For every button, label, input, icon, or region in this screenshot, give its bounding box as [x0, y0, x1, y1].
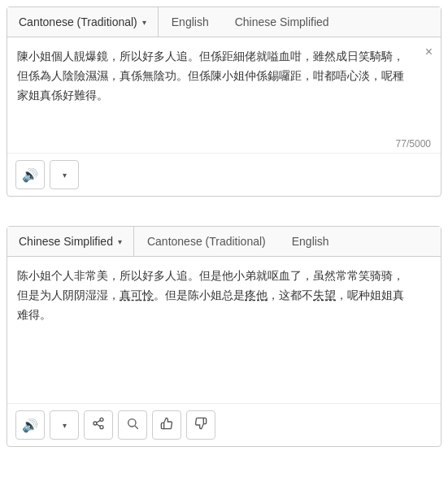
output-text-part-2: 真可怜 — [120, 288, 154, 301]
svg-point-5 — [128, 419, 136, 427]
output-text-area: 陈小姐个人非常美，所以好多人追。但是他小弟就呕血了，虽然常常笑骑骑，但是为人阴阴… — [7, 257, 441, 354]
output-text-part-6: 失望 — [313, 288, 336, 301]
chevron-down-icon: ▾ — [142, 18, 146, 27]
close-button[interactable]: × — [425, 46, 433, 59]
output-text: 陈小姐个人非常美，所以好多人追。但是他小弟就呕血了，虽然常常笑骑骑，但是为人阴阴… — [17, 267, 411, 324]
chevron-down-icon: ▾ — [118, 237, 122, 246]
char-count: 77/5000 — [7, 135, 441, 153]
source-lang-dropdown[interactable]: Cantonese (Traditional) ▾ — [7, 7, 159, 37]
source-text-area: 陳小姐個人靚爆鏡，所以好多人追。但係距細佬就嗌血咁，雖然成日笑騎騎，但係為人陰險… — [7, 37, 441, 135]
speaker-icon: 🔊 — [22, 167, 38, 183]
output-text-part-4: 疼他 — [245, 288, 267, 301]
panel-gap — [0, 203, 448, 219]
svg-point-2 — [100, 426, 103, 429]
svg-point-1 — [94, 422, 97, 425]
source-lang-label: Cantonese (Traditional) — [19, 15, 137, 28]
source-tab-chinese-simplified[interactable]: Chinese Simplified — [222, 7, 342, 37]
source-lang-tabs: Cantonese (Traditional) ▾ English Chines… — [7, 7, 441, 37]
chevron-button[interactable]: ▾ — [50, 160, 79, 189]
speaker-icon: 🔊 — [22, 418, 38, 433]
output-text-spacer — [7, 354, 441, 403]
thumbs-up-button[interactable] — [152, 410, 181, 440]
source-toolbar: 🔊 ▾ — [7, 153, 441, 196]
svg-line-4 — [97, 420, 101, 423]
thumbs-up-icon — [160, 417, 173, 433]
output-lang-dropdown[interactable]: Chinese Simplified ▾ — [7, 227, 134, 256]
thumbs-down-icon — [194, 417, 207, 433]
source-tab-english[interactable]: English — [159, 7, 222, 37]
thumbs-down-button[interactable] — [186, 410, 215, 440]
speaker-button[interactable]: 🔊 — [15, 160, 45, 189]
output-tab-cantonese[interactable]: Cantonese (Traditional) — [134, 227, 279, 256]
search-button[interactable] — [118, 410, 147, 440]
share-icon — [92, 417, 105, 433]
output-toolbar: 🔊 ▾ — [7, 403, 441, 446]
chevron-down-icon: ▾ — [63, 171, 67, 180]
output-text-part-3: 。但是陈小姐总是 — [154, 288, 245, 301]
svg-line-3 — [97, 424, 101, 427]
svg-line-6 — [135, 426, 138, 429]
output-lang-label: Chinese Simplified — [19, 235, 113, 248]
output-chevron-button[interactable]: ▾ — [50, 410, 79, 440]
output-lang-tabs: Chinese Simplified ▾ Cantonese (Traditio… — [7, 227, 441, 257]
output-speaker-button[interactable]: 🔊 — [15, 410, 45, 440]
share-button[interactable] — [84, 410, 113, 440]
source-text: 陳小姐個人靚爆鏡，所以好多人追。但係距細佬就嗌血咁，雖然成日笑騎騎，但係為人陰險… — [17, 47, 411, 105]
source-panel: Cantonese (Traditional) ▾ English Chines… — [7, 7, 441, 197]
output-tab-english[interactable]: English — [279, 227, 342, 256]
search-icon — [126, 417, 139, 433]
output-panel: Chinese Simplified ▾ Cantonese (Traditio… — [7, 226, 441, 447]
output-text-part-5: ，这都不 — [267, 288, 313, 301]
svg-point-0 — [100, 418, 103, 421]
chevron-down-icon: ▾ — [63, 421, 67, 430]
